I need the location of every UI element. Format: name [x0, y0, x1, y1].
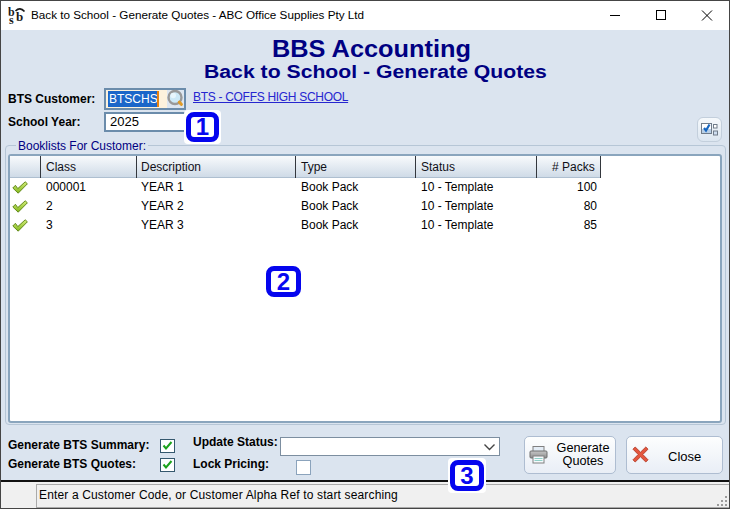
svg-text:b: b [16, 9, 23, 24]
svg-text:s: s [9, 13, 14, 26]
